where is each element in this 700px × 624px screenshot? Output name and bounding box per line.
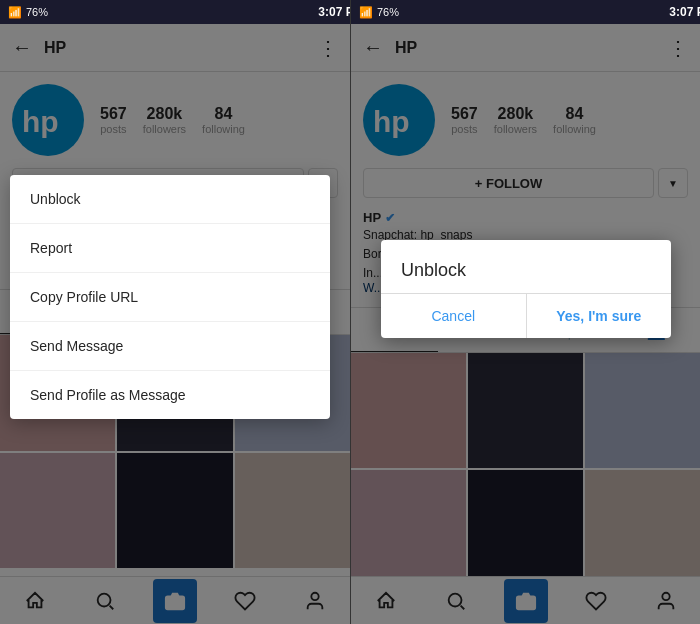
time-right: 3:07 PM	[669, 5, 700, 19]
menu-item-copy-url[interactable]: Copy Profile URL	[10, 273, 330, 322]
menu-item-send-message[interactable]: Send Message	[10, 322, 330, 371]
battery-left: 76%	[26, 6, 48, 18]
confirm-button[interactable]: Yes, I'm sure	[527, 294, 672, 338]
cancel-button[interactable]: Cancel	[381, 294, 527, 338]
status-left-icons: 📶 76%	[8, 6, 48, 19]
battery-right: 76%	[377, 6, 399, 18]
time-left: 3:07 PM	[318, 5, 350, 19]
menu-item-report[interactable]: Report	[10, 224, 330, 273]
menu-item-send-profile[interactable]: Send Profile as Message	[10, 371, 330, 419]
wifi-icon-right: 📶	[359, 6, 373, 19]
right-pane: 📶 76% 3:07 PM 📶 📶 76% ← HP ⋮ hp 567 post…	[350, 0, 700, 624]
context-menu: Unblock Report Copy Profile URL Send Mes…	[10, 175, 330, 419]
status-bar-right: 📶 76% 3:07 PM 📶 📶 76%	[351, 0, 700, 24]
menu-item-unblock[interactable]: Unblock	[10, 175, 330, 224]
confirm-buttons: Cancel Yes, I'm sure	[381, 293, 671, 338]
status-bar-left: 📶 76% 3:07 PM 📶 📶 76%	[0, 0, 350, 24]
confirm-dialog: Unblock Cancel Yes, I'm sure	[381, 240, 671, 338]
status-right-left: 📶 76%	[359, 6, 399, 19]
confirm-dialog-title: Unblock	[381, 240, 671, 293]
left-pane: 📶 76% 3:07 PM 📶 📶 76% ← HP ⋮ hp 567 post…	[0, 0, 350, 624]
sim-icon: 📶	[8, 6, 22, 19]
